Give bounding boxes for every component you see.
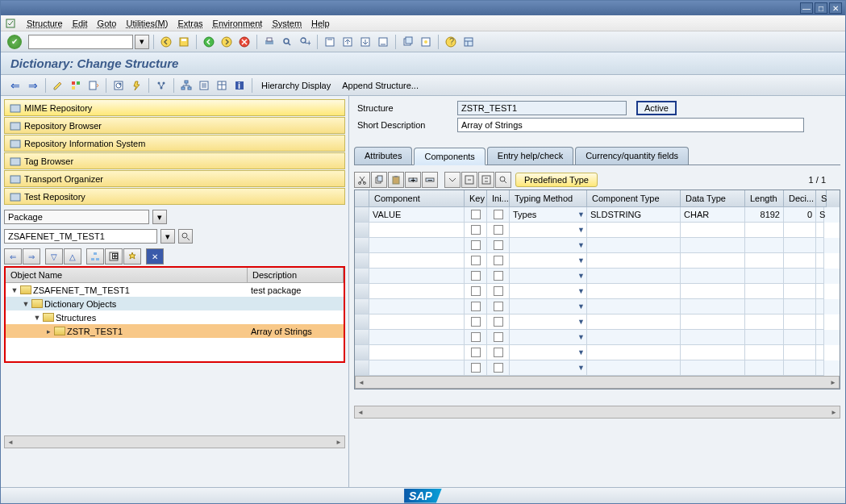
grid-inner-scroll-h[interactable] bbox=[355, 376, 840, 389]
minimize-button[interactable]: — bbox=[800, 2, 813, 14]
tree-row[interactable]: ▼ Dictionary Objects bbox=[6, 297, 344, 310]
grid-col-header[interactable]: Typing Method bbox=[510, 190, 587, 207]
menu-environment[interactable]: Environment bbox=[208, 17, 268, 30]
init-checkbox[interactable] bbox=[494, 271, 503, 281]
find-icon[interactable] bbox=[279, 34, 295, 50]
cut-icon[interactable] bbox=[354, 172, 370, 188]
key-checkbox[interactable] bbox=[471, 225, 481, 235]
key-checkbox[interactable] bbox=[471, 286, 481, 296]
key-checkbox[interactable] bbox=[471, 210, 481, 219]
menu-structure[interactable]: Structure bbox=[22, 17, 68, 30]
paste-icon[interactable] bbox=[388, 172, 404, 188]
append-structure-button[interactable]: Append Structure... bbox=[337, 79, 423, 92]
init-checkbox[interactable] bbox=[494, 286, 503, 296]
activate-icon[interactable] bbox=[128, 77, 144, 94]
package-display-button[interactable] bbox=[178, 229, 193, 244]
collapse-all-icon[interactable] bbox=[461, 172, 477, 188]
nav-back-icon[interactable] bbox=[201, 34, 217, 50]
expand-icon[interactable]: ▼ bbox=[33, 314, 41, 322]
grid-row-empty[interactable]: ▼ bbox=[355, 284, 840, 299]
grid-col-header[interactable]: Ini... bbox=[487, 190, 510, 207]
grid-row-empty[interactable]: ▼ bbox=[355, 269, 840, 284]
grid-row-empty[interactable]: ▼ bbox=[355, 314, 840, 330]
info-icon[interactable]: i bbox=[231, 77, 248, 94]
key-checkbox[interactable] bbox=[471, 348, 481, 357]
grid-col-header[interactable]: S bbox=[816, 190, 827, 207]
key-checkbox[interactable] bbox=[471, 317, 481, 327]
tree-up-button[interactable]: ▽ bbox=[45, 248, 63, 264]
grid-row-empty[interactable]: ▼ bbox=[355, 360, 840, 376]
key-checkbox[interactable] bbox=[471, 240, 481, 250]
init-checkbox[interactable] bbox=[494, 348, 503, 357]
grid-col-header[interactable]: Key bbox=[465, 190, 487, 207]
menu-edit[interactable]: Edit bbox=[68, 17, 93, 30]
key-checkbox[interactable] bbox=[471, 256, 481, 265]
menu-extras[interactable]: Extras bbox=[173, 17, 207, 30]
tree-top-button[interactable]: △ bbox=[64, 248, 81, 264]
arrow-right-icon[interactable]: ⇒ bbox=[25, 77, 41, 94]
menu-help[interactable]: Help bbox=[306, 17, 335, 30]
delete-row-icon[interactable]: − bbox=[422, 172, 438, 188]
tab-attributes[interactable]: Attributes bbox=[354, 147, 412, 165]
tree-hierarchy-button[interactable] bbox=[86, 248, 104, 264]
grid-col-header[interactable]: Component Type bbox=[587, 190, 681, 207]
command-history-button[interactable]: ▾ bbox=[135, 35, 149, 49]
arrow-left-icon[interactable]: ⇐ bbox=[7, 77, 23, 94]
package-history-button[interactable]: ▾ bbox=[160, 229, 175, 244]
grid-col-header[interactable] bbox=[355, 190, 369, 207]
print-icon[interactable] bbox=[261, 34, 277, 50]
grid-col-header[interactable]: Data Type bbox=[681, 190, 745, 207]
other-object-icon[interactable] bbox=[85, 77, 102, 94]
search-help-icon[interactable] bbox=[495, 172, 511, 188]
nav-mime[interactable]: MIME Repository bbox=[4, 99, 345, 116]
tree-row[interactable]: ▼ ZSAFENET_TM_TEST1 test package bbox=[6, 283, 344, 297]
tree-fwd-button[interactable]: ⇒ bbox=[23, 248, 40, 264]
nav-info[interactable]: Repository Information System bbox=[4, 135, 345, 152]
package-value-input[interactable]: ZSAFENET_TM_TEST1 bbox=[4, 229, 157, 244]
last-page-icon[interactable] bbox=[375, 34, 391, 50]
save-icon[interactable] bbox=[176, 34, 192, 50]
init-checkbox[interactable] bbox=[494, 302, 503, 311]
prev-page-icon[interactable] bbox=[340, 34, 356, 50]
expand-icon[interactable]: ▼ bbox=[10, 286, 19, 294]
display-list-icon[interactable] bbox=[196, 77, 212, 94]
first-page-icon[interactable] bbox=[322, 34, 338, 50]
hierarchy-display-button[interactable]: Hierarchy Display bbox=[256, 79, 335, 92]
init-checkbox[interactable] bbox=[494, 240, 503, 250]
command-field[interactable] bbox=[28, 35, 133, 49]
key-checkbox[interactable] bbox=[471, 271, 481, 281]
grid-row-empty[interactable]: ▼ bbox=[355, 299, 840, 314]
table-contents-icon[interactable] bbox=[214, 77, 230, 94]
init-checkbox[interactable] bbox=[494, 225, 503, 235]
init-checkbox[interactable] bbox=[494, 317, 503, 327]
nav-exit-icon[interactable] bbox=[219, 34, 235, 50]
help-icon[interactable]: ? bbox=[443, 34, 459, 50]
tree-row[interactable]: ▼ Structures bbox=[6, 310, 344, 324]
tab-entryhelpcheck[interactable]: Entry help/check bbox=[487, 147, 573, 165]
tab-components[interactable]: Components bbox=[414, 148, 485, 165]
grid-row-empty[interactable]: ▼ bbox=[355, 345, 840, 360]
menu-icon[interactable] bbox=[6, 18, 19, 29]
init-checkbox[interactable] bbox=[494, 332, 503, 342]
grid-col-header[interactable]: Deci... bbox=[784, 190, 816, 207]
grid-row[interactable]: VALUE Types▼ SLDSTRING CHAR 8192 0 S bbox=[355, 207, 840, 223]
sort-icon[interactable] bbox=[478, 172, 494, 188]
shortcut-icon[interactable] bbox=[418, 34, 434, 50]
right-scroll-h[interactable] bbox=[354, 406, 840, 419]
insert-row-icon[interactable]: + bbox=[405, 172, 421, 188]
key-checkbox[interactable] bbox=[471, 363, 481, 373]
expand-icon[interactable]: ▸ bbox=[44, 327, 52, 335]
key-checkbox[interactable] bbox=[471, 302, 481, 311]
hierarchy-icon[interactable] bbox=[178, 77, 194, 94]
expand-icon[interactable]: ▼ bbox=[22, 300, 30, 308]
package-dropdown-button[interactable]: ▾ bbox=[152, 210, 167, 224]
maximize-button[interactable]: □ bbox=[815, 2, 827, 14]
find-next-icon[interactable]: + bbox=[297, 34, 313, 50]
short-desc-input[interactable] bbox=[457, 118, 804, 132]
grid-row-empty[interactable]: ▼ bbox=[355, 238, 840, 253]
init-checkbox[interactable] bbox=[494, 363, 503, 373]
grid-row-empty[interactable]: ▼ bbox=[355, 223, 840, 238]
back-icon[interactable] bbox=[158, 34, 174, 50]
menu-system[interactable]: System bbox=[267, 17, 306, 30]
menu-goto[interactable]: Goto bbox=[93, 17, 122, 30]
